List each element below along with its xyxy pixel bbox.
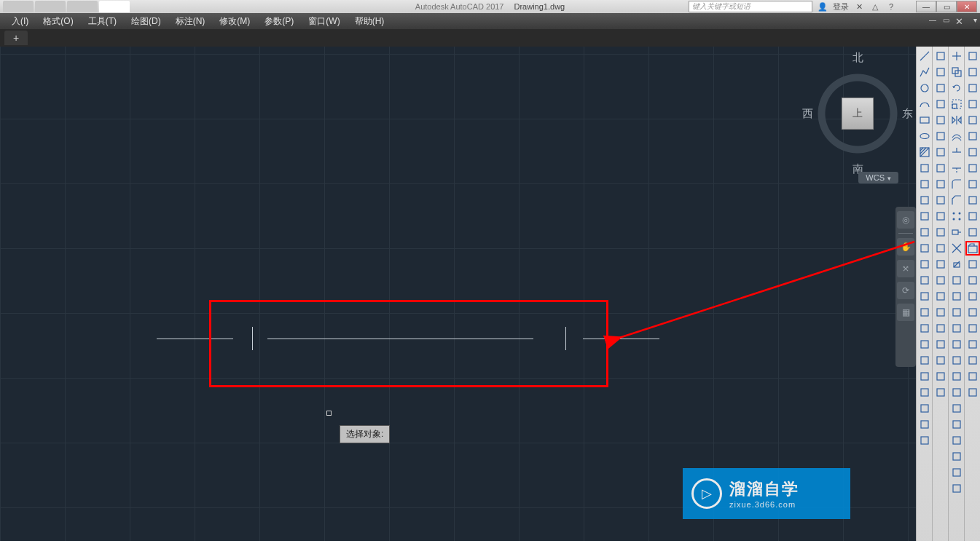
- copy-button[interactable]: [949, 65, 964, 79]
- wcs-dropdown[interactable]: WCS: [858, 172, 898, 183]
- time-button[interactable]: [965, 321, 980, 336]
- menu-draw[interactable]: 绘图(D): [124, 13, 168, 29]
- help-icon[interactable]: ?: [885, 1, 897, 12]
- scale-button[interactable]: [949, 97, 964, 111]
- construction-button[interactable]: [917, 177, 932, 191]
- doc-restore-button[interactable]: ▭: [941, 16, 951, 26]
- region-button[interactable]: [917, 209, 932, 223]
- array-button[interactable]: [949, 209, 964, 223]
- fillet-button[interactable]: [949, 177, 964, 191]
- area-button[interactable]: [965, 273, 980, 288]
- doc-close-button[interactable]: ✕: [954, 16, 964, 26]
- matchprop-button[interactable]: [949, 353, 964, 368]
- menu-format[interactable]: 格式(O): [36, 13, 80, 29]
- search-input[interactable]: 键入关键字或短语: [689, 1, 812, 12]
- viewcube[interactable]: 上 北 南 东 西: [807, 55, 909, 172]
- 3dpoly-button[interactable]: [917, 385, 932, 400]
- helix-button[interactable]: [917, 369, 932, 384]
- app-tab-3[interactable]: [67, 1, 98, 12]
- exchange-icon[interactable]: ✕: [853, 1, 865, 12]
- centerline-button[interactable]: [933, 257, 948, 272]
- menu-insert[interactable]: 入(I): [4, 13, 36, 29]
- donut-button[interactable]: [917, 305, 932, 320]
- zoom-prev-button[interactable]: [965, 113, 980, 127]
- audit-button[interactable]: [965, 385, 980, 400]
- offset-button[interactable]: [949, 129, 964, 143]
- zoom-extents-icon[interactable]: ⤧: [897, 260, 914, 277]
- explode-button[interactable]: [949, 241, 964, 256]
- regen-button[interactable]: [965, 65, 980, 79]
- layer-button[interactable]: [965, 145, 980, 159]
- ungroup-button[interactable]: [949, 465, 964, 480]
- id-button[interactable]: [965, 305, 980, 320]
- align-button[interactable]: [949, 305, 964, 320]
- dim-jogged-button[interactable]: [933, 161, 948, 175]
- showmotion-icon[interactable]: ▦: [897, 304, 914, 321]
- rectangle-button[interactable]: [917, 113, 932, 127]
- minimize-button[interactable]: —: [916, 1, 936, 12]
- spline-button[interactable]: [917, 161, 932, 175]
- gradient-button[interactable]: [917, 433, 932, 448]
- redraw-button[interactable]: [965, 49, 980, 63]
- lengthen-button[interactable]: [949, 321, 964, 336]
- insert-button[interactable]: [917, 353, 932, 368]
- zoom-ext-button[interactable]: [965, 97, 980, 111]
- stretch-button[interactable]: [949, 225, 964, 240]
- extend-button[interactable]: [949, 161, 964, 175]
- new-tab-button[interactable]: +: [4, 31, 28, 45]
- qleader-button[interactable]: [933, 369, 948, 384]
- menu-help[interactable]: 帮助(H): [348, 13, 392, 29]
- setvar-button[interactable]: [965, 353, 980, 368]
- status-button[interactable]: [965, 337, 980, 352]
- dim-baseline-button[interactable]: [933, 177, 948, 191]
- mirror-button[interactable]: [949, 113, 964, 127]
- hatchedit-button[interactable]: [949, 369, 964, 384]
- dim-radius-button[interactable]: [933, 113, 948, 127]
- revcloud-button[interactable]: [917, 257, 932, 272]
- menu-tools[interactable]: 工具(T): [81, 13, 124, 29]
- model-space[interactable]: 上 北 南 东 西 WCS ◎ ✋ ⤧ ⟳ ▦ 选择对象:: [0, 47, 916, 541]
- list-button[interactable]: [965, 289, 980, 304]
- ray-button[interactable]: [917, 321, 932, 336]
- a360-icon[interactable]: △: [869, 1, 881, 12]
- trim-button[interactable]: [949, 145, 964, 159]
- divide-button[interactable]: [917, 289, 932, 304]
- design-center-button[interactable]: [965, 193, 980, 207]
- login-label[interactable]: 登录: [833, 1, 849, 12]
- dim-edit-button[interactable]: [933, 305, 948, 320]
- menu-parametric[interactable]: 参数(P): [257, 13, 301, 29]
- dim-update-button[interactable]: [933, 321, 948, 336]
- dim-diameter-button[interactable]: [933, 129, 948, 143]
- app-tab-autocad[interactable]: [99, 1, 130, 12]
- polygon-button[interactable]: [917, 273, 932, 288]
- block-button[interactable]: [917, 337, 932, 352]
- dist-button[interactable]: [965, 257, 980, 272]
- close-button[interactable]: ✕: [957, 1, 977, 12]
- hatch-button[interactable]: [917, 145, 932, 159]
- maximize-button[interactable]: ▭: [936, 1, 957, 12]
- mleader-button[interactable]: [933, 353, 948, 368]
- overkill-button[interactable]: [949, 433, 964, 448]
- circle-button[interactable]: [917, 81, 932, 95]
- break-button[interactable]: [949, 289, 964, 304]
- mtext-button[interactable]: [917, 241, 932, 256]
- tolerance-button[interactable]: [933, 241, 948, 256]
- table-button[interactable]: [917, 225, 932, 240]
- menu-window[interactable]: 窗口(W): [301, 13, 347, 29]
- dim-continue-button[interactable]: [933, 193, 948, 207]
- dim-break-button[interactable]: [933, 225, 948, 240]
- viewcube-top-face[interactable]: 上: [842, 98, 874, 130]
- blend-button[interactable]: [949, 401, 964, 416]
- menu-modify[interactable]: 修改(M): [212, 13, 257, 29]
- doc-minimize-button[interactable]: —: [928, 16, 938, 26]
- move-button[interactable]: [949, 49, 964, 63]
- blockedit-button[interactable]: [949, 385, 964, 400]
- dim-reassoc-button[interactable]: [933, 385, 948, 400]
- erase-button[interactable]: [949, 257, 964, 272]
- join-button[interactable]: [949, 273, 964, 288]
- menu-dimension[interactable]: 标注(N): [168, 13, 213, 29]
- group-button[interactable]: [949, 449, 964, 464]
- wipeout-button[interactable]: [917, 417, 932, 432]
- dim-ordinate-button[interactable]: [933, 145, 948, 159]
- pan-icon[interactable]: ✋: [897, 238, 914, 256]
